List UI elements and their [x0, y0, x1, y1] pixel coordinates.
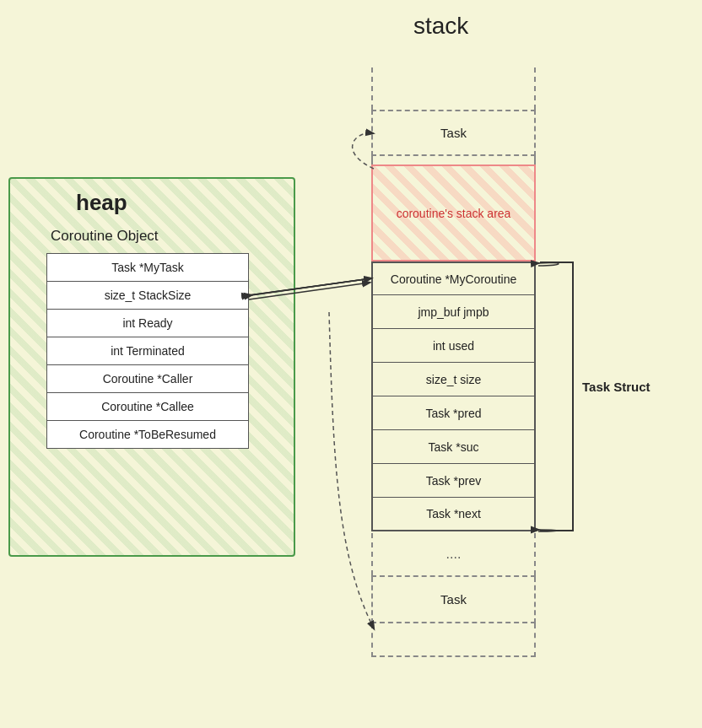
stack-title: stack: [413, 13, 468, 40]
stack-task-bottom-wrapper: Task: [371, 575, 536, 657]
struct-field-size-t-size: size_t size: [371, 363, 536, 396]
struct-field-task-next: Task *next: [371, 498, 536, 531]
field-int-ready: int Ready: [47, 310, 248, 337]
struct-field-coroutine-mycoroutine: Coroutine *MyCoroutine: [371, 262, 536, 295]
field-int-terminated: int Terminated: [47, 337, 248, 365]
stack-dots: ....: [371, 533, 536, 575]
stack-gap-middle: [371, 156, 536, 164]
task-struct-label: Task Struct: [582, 380, 651, 394]
stack-task-bottom: Task: [371, 577, 536, 623]
stack-top-gap: [371, 67, 536, 110]
heap-subtitle: Coroutine Object: [51, 228, 159, 245]
struct-field-task-prev: Task *prev: [371, 464, 536, 498]
field-coroutine-toberesumed: Coroutine *ToBeResumed: [47, 421, 248, 448]
struct-field-int-used: int used: [371, 329, 536, 363]
coroutine-object-box: Task *MyTask size_t StackSize int Ready …: [46, 253, 249, 449]
field-task-mytask: Task *MyTask: [47, 254, 248, 282]
struct-field-jmpbuf: jmp_buf jmpb: [371, 295, 536, 329]
stack-task-top: Task: [371, 110, 536, 156]
task-struct-bracket: [540, 262, 574, 531]
heap-title: heap: [76, 190, 127, 216]
field-coroutine-caller: Coroutine *Caller: [47, 365, 248, 393]
field-size-t-stacksize: size_t StackSize: [47, 282, 248, 310]
coroutine-stack-area: coroutine's stack area: [371, 164, 536, 262]
struct-field-task-suc: Task *suc: [371, 430, 536, 464]
stack-bottom-gap: [371, 623, 536, 657]
struct-field-task-pred: Task *pred: [371, 396, 536, 430]
struct-area: Coroutine *MyCoroutine jmp_buf jmpb int …: [371, 262, 536, 531]
field-coroutine-callee: Coroutine *Callee: [47, 393, 248, 421]
